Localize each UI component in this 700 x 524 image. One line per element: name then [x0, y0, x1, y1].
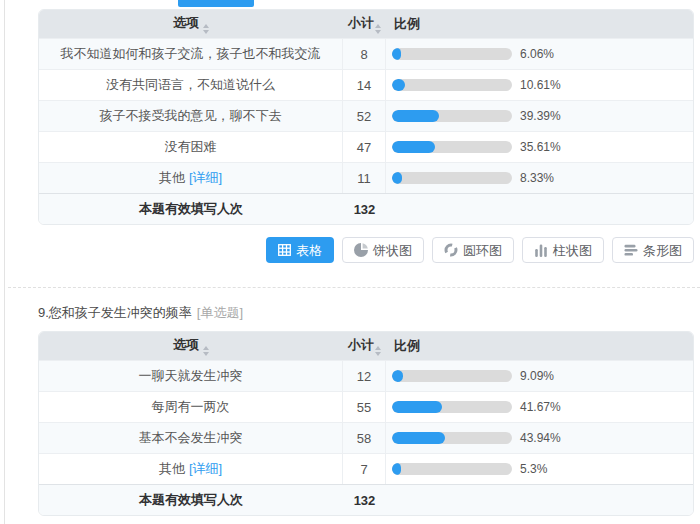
- question-type-tag: [单选题]: [197, 305, 243, 320]
- question9-results-table: 选项 小计 比例 一聊天就发生冲突129.09%每周有一两次5541.67%基本…: [38, 331, 694, 516]
- percent-label: 5.3%: [520, 462, 547, 476]
- option-label: 基本不会发生冲突: [139, 430, 243, 445]
- count-cell: 55: [343, 391, 386, 422]
- bar-chart-label: 条形图: [643, 244, 682, 257]
- ratio-cell: 10.61%: [386, 69, 693, 100]
- count-column-header[interactable]: 小计: [343, 332, 386, 360]
- ratio-bar-row: 9.09%: [392, 369, 693, 383]
- option-label: 其他: [159, 170, 185, 185]
- option-cell: 基本不会发生冲突: [39, 422, 343, 453]
- ratio-bar-row: 5.3%: [392, 462, 693, 476]
- ratio-bar-row: 43.94%: [392, 431, 693, 445]
- ratio-column-header: 比例: [386, 10, 693, 38]
- ratio-bar-track: [392, 401, 512, 413]
- pie-chart-label: 饼状图: [373, 244, 412, 257]
- column-chart-button[interactable]: 柱状图: [522, 237, 604, 263]
- table-row: 孩子不接受我的意见，聊不下去5239.39%: [39, 100, 693, 131]
- table-row: 没有共同语言，不知道说什么1410.61%: [39, 69, 693, 100]
- table-view-button[interactable]: 表格: [266, 237, 334, 263]
- ratio-bar-track: [392, 141, 512, 153]
- table-row: 一聊天就发生冲突129.09%: [39, 360, 693, 391]
- ratio-bar-row: 35.61%: [392, 140, 693, 154]
- ratio-cell: 9.09%: [386, 360, 693, 391]
- donut-chart-icon: [444, 243, 458, 257]
- detail-link[interactable]: [详细]: [189, 461, 222, 476]
- table-icon: [278, 244, 291, 256]
- table-row: 没有困难4735.61%: [39, 131, 693, 162]
- option-column-header[interactable]: 选项: [39, 10, 343, 38]
- table-row: 每周有一两次5541.67%: [39, 391, 693, 422]
- active-tab-fragment[interactable]: [178, 0, 254, 7]
- count-cell: 7: [343, 453, 386, 484]
- count-cell: 12: [343, 360, 386, 391]
- ratio-bar-fill: [392, 48, 401, 60]
- ratio-cell: 8.33%: [386, 162, 693, 193]
- table-footer-row: 本题有效填写人次 132: [39, 484, 693, 515]
- question-title-text: 9.您和孩子发生冲突的频率: [38, 305, 192, 320]
- option-cell: 一聊天就发生冲突: [39, 360, 343, 391]
- percent-label: 39.39%: [520, 109, 561, 123]
- ratio-cell: 6.06%: [386, 38, 693, 69]
- ratio-cell: 41.67%: [386, 391, 693, 422]
- option-cell: 每周有一两次: [39, 391, 343, 422]
- table-footer-row: 本题有效填写人次 132: [39, 193, 693, 224]
- ratio-bar-row: 10.61%: [392, 78, 693, 92]
- table-header-row: 选项 小计 比例: [39, 332, 693, 360]
- table-view-label: 表格: [296, 244, 322, 257]
- option-column-header[interactable]: 选项: [39, 332, 343, 360]
- count-cell: 52: [343, 100, 386, 131]
- table-row: 其他[详细]118.33%: [39, 162, 693, 193]
- option-header-label: 选项: [173, 15, 199, 30]
- ratio-bar-fill: [392, 463, 401, 475]
- ratio-bar-fill: [392, 432, 445, 444]
- ratio-bar-row: 6.06%: [392, 47, 693, 61]
- ratio-bar-fill: [392, 110, 439, 122]
- count-cell: 14: [343, 69, 386, 100]
- option-label: 我不知道如何和孩子交流，孩子也不和我交流: [61, 46, 321, 61]
- sort-icon[interactable]: [203, 346, 209, 356]
- option-cell: 没有困难: [39, 131, 343, 162]
- ratio-column-header: 比例: [386, 332, 693, 360]
- percent-label: 35.61%: [520, 140, 561, 154]
- detail-link[interactable]: [详细]: [189, 170, 222, 185]
- ratio-bar-row: 39.39%: [392, 109, 693, 123]
- sort-icon[interactable]: [375, 24, 381, 34]
- section-divider: [8, 287, 700, 288]
- option-label: 孩子不接受我的意见，聊不下去: [100, 108, 282, 123]
- table-header-row: 选项 小计 比例: [39, 10, 693, 38]
- question-title: 9.您和孩子发生冲突的频率[单选题]: [38, 304, 243, 322]
- sort-icon[interactable]: [375, 346, 381, 356]
- option-label: 一聊天就发生冲突: [139, 368, 243, 383]
- ratio-cell: 35.61%: [386, 131, 693, 162]
- count-cell: 8: [343, 38, 386, 69]
- option-label: 没有共同语言，不知道说什么: [106, 77, 275, 92]
- ratio-bar-row: 8.33%: [392, 171, 693, 185]
- ratio-bar-track: [392, 370, 512, 382]
- percent-label: 9.09%: [520, 369, 554, 383]
- count-header-label: 小计: [348, 15, 374, 30]
- option-cell: 其他[详细]: [39, 453, 343, 484]
- bar-chart-icon: [624, 243, 638, 257]
- donut-chart-button[interactable]: 圆环图: [432, 237, 514, 263]
- footer-label: 本题有效填写人次: [39, 193, 343, 224]
- count-cell: 11: [343, 162, 386, 193]
- footer-count: 132: [343, 193, 386, 224]
- question8-results-table: 选项 小计 比例 我不知道如何和孩子交流，孩子也不和我交流86.06%没有共同语…: [38, 9, 694, 225]
- ratio-cell: 39.39%: [386, 100, 693, 131]
- option-cell: 孩子不接受我的意见，聊不下去: [39, 100, 343, 131]
- pie-chart-button[interactable]: 饼状图: [342, 237, 424, 263]
- sort-icon[interactable]: [203, 24, 209, 34]
- option-cell: 没有共同语言，不知道说什么: [39, 69, 343, 100]
- ratio-bar-fill: [392, 79, 405, 91]
- bar-chart-button[interactable]: 条形图: [612, 237, 694, 263]
- ratio-bar-track: [392, 48, 512, 60]
- ratio-bar-track: [392, 79, 512, 91]
- ratio-header-label: 比例: [394, 338, 420, 353]
- count-cell: 58: [343, 422, 386, 453]
- ratio-bar-track: [392, 172, 512, 184]
- option-label: 其他: [159, 461, 185, 476]
- ratio-bar-row: 41.67%: [392, 400, 693, 414]
- percent-label: 6.06%: [520, 47, 554, 61]
- option-header-label: 选项: [173, 337, 199, 352]
- count-column-header[interactable]: 小计: [343, 10, 386, 38]
